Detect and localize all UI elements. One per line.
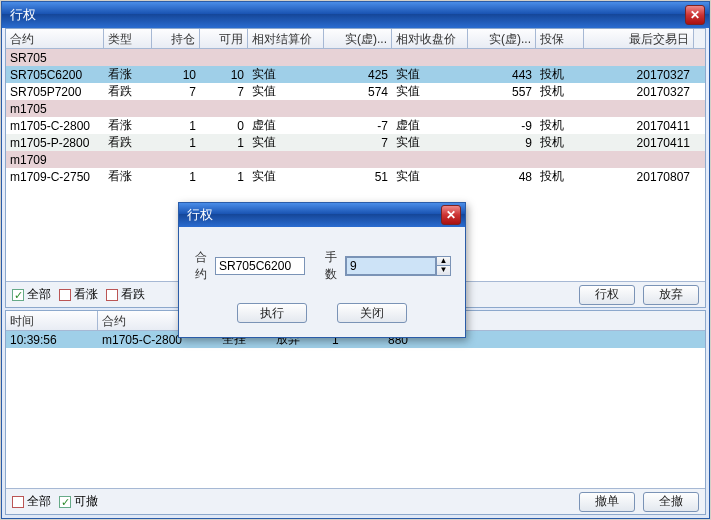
- cell: SR705P7200: [6, 84, 104, 100]
- cell: 10:39:56: [6, 332, 98, 348]
- cell: [468, 159, 536, 161]
- cell: [584, 108, 694, 110]
- cell: [324, 108, 392, 110]
- cell: [200, 108, 248, 110]
- cell: 实值: [248, 82, 324, 101]
- cell: [200, 57, 248, 59]
- orders-footer: 全部 可撤 撤单 全撤: [6, 488, 705, 514]
- cell: [536, 57, 584, 59]
- cell: 10: [200, 67, 248, 83]
- cell: 投机: [536, 167, 584, 186]
- cell: [392, 108, 468, 110]
- cell: [584, 159, 694, 161]
- cancel-button[interactable]: 撤单: [579, 492, 635, 512]
- cell: [392, 57, 468, 59]
- cell: [536, 108, 584, 110]
- cell: 1: [152, 135, 200, 151]
- cell: [104, 57, 152, 59]
- table-row[interactable]: SR705: [6, 49, 705, 66]
- table-row[interactable]: SR705P7200看跌77实值574实值557投机20170327: [6, 83, 705, 100]
- cell: [200, 159, 248, 161]
- close-button[interactable]: 关闭: [337, 303, 407, 323]
- cell: 1: [152, 118, 200, 134]
- cell: 48: [468, 169, 536, 185]
- table-row[interactable]: m1709: [6, 151, 705, 168]
- spin-down-icon[interactable]: ▼: [437, 266, 450, 275]
- cancel-all-button[interactable]: 全撤: [643, 492, 699, 512]
- contract-input[interactable]: [215, 257, 305, 275]
- dialog-body: 合约 手数 ▲ ▼ 执行 关闭: [179, 227, 465, 337]
- col-type[interactable]: 类型: [104, 29, 152, 48]
- cell: 20170327: [584, 84, 694, 100]
- cell: 7: [152, 84, 200, 100]
- orders-panel: 时间 合约 状态 类型 数量 编号 10:39:56m1705-C-2800全挂…: [5, 310, 706, 515]
- close-icon[interactable]: ✕: [685, 5, 705, 25]
- col-hedge[interactable]: 投保: [536, 29, 584, 48]
- col-time[interactable]: 时间: [6, 311, 98, 330]
- table-row[interactable]: m1709-C-2750看涨11实值51实值48投机20170807: [6, 168, 705, 185]
- col-available[interactable]: 可用: [200, 29, 248, 48]
- cell: 投机: [536, 133, 584, 152]
- cell: 投机: [536, 82, 584, 101]
- chk-all-lower[interactable]: 全部: [12, 493, 51, 510]
- lots-input[interactable]: [346, 257, 436, 275]
- lots-spinner[interactable]: ▲ ▼: [345, 256, 451, 276]
- dialog-titlebar[interactable]: 行权 ✕: [179, 203, 465, 227]
- col-lasttrade[interactable]: 最后交易日: [584, 29, 694, 48]
- cell: 实值: [248, 167, 324, 186]
- cell: [248, 108, 324, 110]
- cell: 看跌: [104, 82, 152, 101]
- exercise-button[interactable]: 行权: [579, 285, 635, 305]
- table-row[interactable]: m1705-C-2800看涨10虚值-7虚值-9投机20170411: [6, 117, 705, 134]
- positions-header: 合约 类型 持仓 可用 相对结算价 实(虚)... 相对收盘价 实(虚)... …: [6, 29, 705, 49]
- col-position[interactable]: 持仓: [152, 29, 200, 48]
- cell: [104, 108, 152, 110]
- chk-cancelable[interactable]: 可撤: [59, 493, 98, 510]
- table-row[interactable]: m1705-P-2800看跌11实值7实值9投机20170411: [6, 134, 705, 151]
- col-contract[interactable]: 合约: [6, 29, 104, 48]
- table-row[interactable]: m1705: [6, 100, 705, 117]
- cell: m1709: [6, 152, 104, 168]
- chk-call[interactable]: 看涨: [59, 286, 98, 303]
- execute-button[interactable]: 执行: [237, 303, 307, 323]
- cell: [152, 108, 200, 110]
- cell: [468, 108, 536, 110]
- cell: [468, 57, 536, 59]
- cell: [584, 57, 694, 59]
- cell: [152, 159, 200, 161]
- chk-all-upper[interactable]: 全部: [12, 286, 51, 303]
- cell: -9: [468, 118, 536, 134]
- cell: 20170411: [584, 118, 694, 134]
- cell: 实值: [248, 133, 324, 152]
- main-title: 行权: [10, 6, 685, 24]
- cell: [248, 57, 324, 59]
- table-row[interactable]: SR705C6200看涨1010实值425实值443投机20170327: [6, 66, 705, 83]
- cell: 实值: [392, 82, 468, 101]
- cell: 看跌: [104, 133, 152, 152]
- cell: 443: [468, 67, 536, 83]
- main-window: 行权 ✕ 合约 类型 持仓 可用 相对结算价 实(虚)... 相对收盘价 实(虚…: [1, 1, 710, 519]
- cell: 9: [468, 135, 536, 151]
- col-rel-settle[interactable]: 相对结算价: [248, 29, 324, 48]
- cell: [248, 159, 324, 161]
- cell: 20170411: [584, 135, 694, 151]
- main-titlebar: 行权 ✕: [2, 2, 709, 28]
- col-itm2[interactable]: 实(虚)...: [468, 29, 536, 48]
- chk-put[interactable]: 看跌: [106, 286, 145, 303]
- cell: 看涨: [104, 167, 152, 186]
- cell: [152, 57, 200, 59]
- dialog-title: 行权: [187, 206, 441, 224]
- cell: [392, 159, 468, 161]
- cell: 1: [200, 169, 248, 185]
- cell: 10: [152, 67, 200, 83]
- cell: [324, 159, 392, 161]
- dialog-close-icon[interactable]: ✕: [441, 205, 461, 225]
- exercise-dialog: 行权 ✕ 合约 手数 ▲ ▼ 执行 关闭: [178, 202, 466, 338]
- orders-body[interactable]: 10:39:56m1705-C-2800全挂放弃1880: [6, 331, 705, 488]
- abandon-button[interactable]: 放弃: [643, 285, 699, 305]
- col-rel-close[interactable]: 相对收盘价: [392, 29, 468, 48]
- col-itm1[interactable]: 实(虚)...: [324, 29, 392, 48]
- cell: 实值: [392, 133, 468, 152]
- cell: 425: [324, 67, 392, 83]
- cell: 20170327: [584, 67, 694, 83]
